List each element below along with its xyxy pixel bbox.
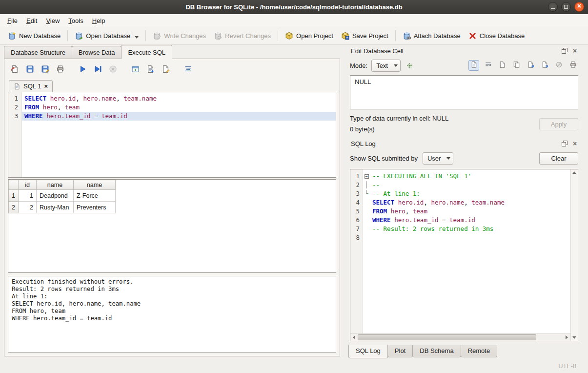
save-sql-file-button[interactable] [24, 64, 36, 76]
tab-execute-sql[interactable]: Execute SQL [121, 45, 172, 59]
format-sql-button[interactable] [182, 64, 194, 76]
menu-edit[interactable]: Edit [22, 15, 41, 26]
results-cell[interactable]: Preventers [74, 202, 116, 213]
import-content-button[interactable] [525, 60, 536, 71]
menu-help[interactable]: Help [88, 15, 110, 26]
print-sql-icon [56, 65, 64, 75]
cell-content-editor[interactable]: NULL [350, 75, 578, 109]
edit-sql-button[interactable] [160, 64, 171, 76]
execute-current-line-icon [94, 65, 102, 75]
dock-tab-remote[interactable]: Remote [461, 345, 498, 357]
results-cell[interactable]: Deadpond [37, 190, 74, 202]
open-sql-file-button[interactable] [9, 64, 20, 76]
close-log-panel-icon[interactable] [571, 140, 578, 147]
set-null-button[interactable] [553, 60, 564, 71]
results-cell[interactable]: Z-Force [74, 190, 116, 202]
results-cell[interactable]: Rusty-Man [37, 202, 74, 213]
fold-collapse-icon[interactable]: − [365, 174, 369, 179]
mode-combobox[interactable]: Text [371, 60, 401, 72]
edit-sql-icon [162, 65, 170, 75]
apply-button[interactable]: Apply [539, 118, 578, 130]
line-number: 3 [8, 112, 22, 121]
minimize-button[interactable] [548, 2, 558, 12]
menu-accel: V [46, 17, 50, 24]
main-tabs: Database StructureBrowse DataExecute SQL [4, 45, 340, 59]
scrollbar-thumb[interactable] [358, 334, 536, 340]
code-text: FROM hero, team [370, 207, 570, 216]
clear-log-button[interactable]: Clear [539, 152, 578, 165]
execute-all-button[interactable] [77, 64, 88, 76]
save-sql-as-button[interactable] [39, 64, 51, 76]
print-sql-button[interactable] [54, 64, 66, 76]
revert-changes-button[interactable]: Revert Changes [210, 29, 275, 42]
row-header[interactable]: 1 [9, 190, 19, 202]
open-project-button[interactable]: Open Project [281, 29, 337, 42]
menu-file[interactable]: File [3, 15, 22, 26]
attach-database-button[interactable]: Attach Database [399, 29, 465, 42]
execute-all-icon [79, 65, 87, 75]
results-column-header-1[interactable]: name [37, 180, 74, 190]
scroll-down-icon[interactable] [572, 336, 576, 339]
results-cell[interactable]: 1 [19, 190, 37, 202]
menu-tools[interactable]: Tools [64, 15, 87, 26]
text-view-button[interactable] [468, 60, 479, 71]
float-log-panel-icon[interactable] [561, 140, 568, 147]
auto-switch-mode-button[interactable] [405, 60, 415, 71]
menu-view[interactable]: View [41, 15, 64, 26]
vertical-scrollbar[interactable] [570, 169, 578, 341]
export-sql-button[interactable] [144, 64, 156, 76]
dock-tab-plot[interactable]: Plot [387, 345, 413, 357]
close-window-button[interactable] [574, 2, 584, 12]
write-changes-button[interactable]: Write Changes [149, 29, 210, 42]
word-wrap-button[interactable] [483, 60, 493, 71]
export-content-button[interactable] [539, 60, 550, 71]
tab-browse-data[interactable]: Browse Data [72, 46, 122, 59]
scroll-right-icon[interactable] [563, 334, 570, 341]
dock-tab-db-schema[interactable]: DB Schema [412, 345, 461, 357]
float-panel-icon[interactable] [561, 47, 568, 54]
close-panel-icon[interactable] [571, 47, 578, 54]
cell-type-text: Type of data currently in cell: NULL [350, 113, 539, 124]
horizontal-scrollbar[interactable] [350, 333, 570, 341]
new-content-button[interactable] [497, 60, 507, 71]
edit-cell-header: Edit Database Cell [348, 45, 580, 57]
dock-tab-sql-log[interactable]: SQL Log [348, 345, 388, 358]
menu-accel: H [92, 17, 97, 24]
stop-execution-button[interactable] [107, 64, 119, 76]
sql-editor[interactable]: 1SELECT hero.id, hero.name, team.name2FR… [8, 92, 336, 178]
code-line: 1SELECT hero.id, hero.name, team.name [8, 94, 336, 103]
results-column-header-2[interactable]: name [74, 180, 116, 190]
print-cell-button[interactable] [568, 60, 578, 71]
toolbar-button-label: Open Database [86, 32, 130, 40]
sql-log-header: SQL Log [348, 138, 580, 149]
open-database-button[interactable]: Open Database [71, 29, 142, 42]
results-cell[interactable]: 2 [19, 202, 37, 213]
scroll-up-icon[interactable] [572, 171, 576, 174]
code-line: 6WHERE hero.team_id = team.id [350, 216, 570, 225]
save-project-button[interactable]: Save Project [337, 29, 392, 42]
scrollbar-track[interactable] [358, 334, 563, 341]
dropdown-caret-icon[interactable] [135, 36, 139, 39]
line-number: 2 [8, 103, 22, 112]
tab-database-structure[interactable]: Database Structure [4, 46, 72, 59]
execute-current-line-button[interactable] [92, 64, 103, 76]
code-line: 7-- Result: 2 rows returned in 3ms [350, 225, 570, 233]
log-filter-combobox[interactable]: User [423, 152, 453, 165]
new-database-button[interactable]: New Database [4, 29, 64, 42]
titlebar[interactable]: DB Browser for SQLite - /home/user/code/… [0, 0, 588, 14]
code-line: 3WHERE hero.team_id = team.id [8, 112, 336, 121]
results-table[interactable]: idnamename11DeadpondZ-Force22Rusty-ManPr… [8, 180, 116, 213]
sql-log-view[interactable]: 1−-- EXECUTING ALL IN 'SQL 1'2│--3└-- At… [350, 169, 570, 333]
results-column-header-0[interactable]: id [19, 180, 37, 190]
editor-tabbar: SQL 1 [8, 79, 336, 92]
close-tab-icon[interactable] [44, 83, 48, 89]
row-header[interactable]: 2 [9, 202, 19, 213]
code-line: 8 [350, 233, 570, 242]
scroll-left-icon[interactable] [350, 334, 358, 341]
results-new-tab-button[interactable] [129, 64, 141, 76]
close-database-button[interactable]: Close Database [465, 29, 529, 42]
stop-execution-icon [109, 65, 117, 75]
copy-content-button[interactable] [511, 60, 522, 71]
maximize-button[interactable] [561, 2, 571, 12]
editor-tab-sql1[interactable]: SQL 1 [9, 80, 53, 92]
